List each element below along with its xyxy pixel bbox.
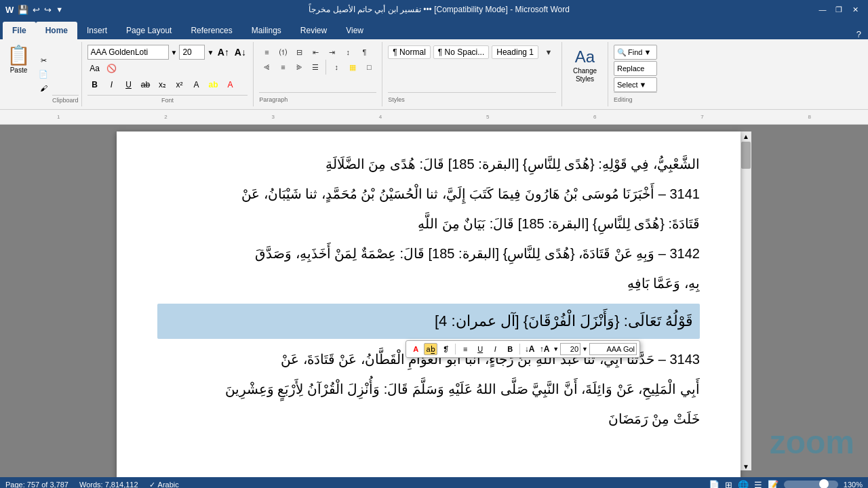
- italic-button[interactable]: I: [104, 77, 119, 92]
- language-status: ✓ Arabic: [149, 481, 179, 489]
- mini-styles-button[interactable]: ❡: [439, 343, 452, 355]
- decrease-indent-button[interactable]: ⇤: [308, 45, 323, 60]
- subscript-button[interactable]: x₂: [155, 77, 170, 92]
- tab-insert[interactable]: Insert: [77, 22, 117, 39]
- maximize-button[interactable]: ❐: [831, 3, 846, 16]
- select-dropdown-icon: ▼: [639, 81, 647, 89]
- minimize-button[interactable]: —: [815, 3, 830, 16]
- ribbon-content: 📋 Paste ✂ 📄 🖌 Clipboard ▼ ▼ A↑ A↓ Aa 🚫 B…: [0, 39, 868, 110]
- style-nospacing-button[interactable]: ¶ No Spaci...: [433, 45, 489, 59]
- mini-shrink-button[interactable]: A↓: [523, 343, 536, 355]
- mini-underline-button[interactable]: U: [473, 343, 487, 355]
- view-fullscreen-button[interactable]: ⊞: [725, 480, 732, 489]
- tab-file[interactable]: File: [3, 22, 36, 39]
- align-center-button[interactable]: ≡: [275, 60, 290, 75]
- tab-references[interactable]: References: [181, 22, 241, 39]
- scroll-thumb[interactable]: [741, 142, 751, 169]
- mini-size-dropdown[interactable]: ▼: [553, 346, 559, 352]
- font-size-dropdown-icon[interactable]: ▼: [207, 49, 214, 56]
- find-label: Find: [628, 48, 642, 56]
- view-web-button[interactable]: 🌐: [738, 480, 749, 489]
- increase-indent-button[interactable]: ⇥: [324, 45, 339, 60]
- format-painter-button[interactable]: 🖌: [36, 82, 51, 94]
- select-button[interactable]: Select ▼: [614, 77, 657, 92]
- mini-size-input[interactable]: [560, 343, 580, 355]
- font-color-button[interactable]: A: [223, 77, 238, 92]
- view-draft-button[interactable]: 📝: [768, 480, 778, 489]
- view-print-button[interactable]: 📄: [709, 480, 719, 489]
- title-bar: W 💾 ↩ ↪ ▼ تفسير ابن أبي حاتم الأصيل مخرج…: [0, 0, 868, 19]
- paste-button[interactable]: 📋 Paste: [3, 43, 35, 105]
- font-label: Font: [87, 97, 248, 104]
- change-styles-button[interactable]: Aa ChangeStyles: [568, 45, 602, 86]
- align-left-button[interactable]: ⫷: [259, 60, 274, 75]
- align-right-button[interactable]: ⫸: [292, 60, 307, 75]
- multilevel-list-button[interactable]: ⊟: [292, 45, 307, 60]
- justify-button[interactable]: ☰: [308, 60, 323, 75]
- show-formatting-button[interactable]: ¶: [357, 45, 372, 60]
- word-count: Words: 7,814,112: [79, 481, 138, 488]
- replace-label: Replace: [617, 64, 644, 73]
- font-size-input[interactable]: [179, 45, 205, 60]
- ribbon-help[interactable]: ?: [852, 29, 865, 39]
- tab-pagelayout[interactable]: Page Layout: [117, 22, 181, 39]
- font-name-dropdown-icon[interactable]: ▼: [171, 49, 178, 56]
- quick-access-extra[interactable]: ▼: [56, 5, 63, 14]
- numbering-button[interactable]: ⑴: [275, 45, 290, 60]
- styles-more-button[interactable]: ▼: [541, 45, 556, 60]
- increase-font-button[interactable]: A↑: [216, 45, 231, 60]
- quick-access-save[interactable]: 💾: [18, 5, 28, 15]
- bullets-button[interactable]: ≡: [259, 45, 274, 60]
- bold-button[interactable]: B: [87, 77, 102, 92]
- mini-color-button[interactable]: A: [409, 343, 422, 355]
- borders-button[interactable]: □: [361, 60, 376, 75]
- change-case-button[interactable]: Aa: [87, 61, 102, 76]
- scroll-up-button[interactable]: ▲: [743, 133, 749, 140]
- tab-view[interactable]: View: [336, 22, 373, 39]
- ribbon-tabs: File Home Insert Page Layout References …: [0, 19, 868, 39]
- font-name-input[interactable]: [87, 45, 169, 60]
- tab-review[interactable]: Review: [291, 22, 336, 39]
- underline-button[interactable]: U: [121, 77, 136, 92]
- mini-bold-button[interactable]: B: [503, 343, 517, 355]
- style-normal-button[interactable]: ¶ Normal: [388, 45, 430, 59]
- editing-label: Editing: [614, 96, 633, 103]
- superscript-button[interactable]: x²: [172, 77, 187, 92]
- decrease-font-button[interactable]: A↓: [233, 45, 248, 60]
- mini-align-button[interactable]: ≡: [458, 343, 472, 355]
- mini-italic-button[interactable]: I: [488, 343, 502, 355]
- copy-button[interactable]: 📄: [36, 68, 51, 81]
- style-heading1-button[interactable]: Heading 1: [492, 45, 538, 59]
- font-row3: B I U ab x₂ x² A ab A: [87, 77, 248, 92]
- sort-button[interactable]: ↕: [340, 45, 355, 60]
- tab-home[interactable]: Home: [36, 22, 77, 39]
- quick-access-redo[interactable]: ↪: [44, 5, 52, 15]
- scroll-down-button[interactable]: ▼: [743, 463, 749, 470]
- replace-button[interactable]: Replace: [614, 61, 657, 76]
- shading-button[interactable]: ▦: [345, 60, 360, 75]
- vertical-scrollbar[interactable]: ▲ ▼: [741, 131, 751, 470]
- mini-highlight-button[interactable]: ab̲: [424, 343, 437, 355]
- clear-format-button[interactable]: 🚫: [104, 61, 119, 76]
- highlighted-content-line[interactable]: قَوْلُهُ تَعَالَى: {وَأَنْزَلَ الْفُرْقَ…: [157, 304, 700, 339]
- mini-font-dropdown[interactable]: ▼: [582, 346, 588, 352]
- clipboard-group: 📋 Paste ✂ 📄 🖌 Clipboard: [0, 42, 82, 106]
- paragraph-label: Paragraph: [259, 96, 288, 103]
- cut-button[interactable]: ✂: [36, 55, 51, 67]
- line-spacing-button[interactable]: ↕: [329, 60, 344, 75]
- select-label: Select: [617, 81, 638, 89]
- highlight-button[interactable]: ab: [206, 77, 221, 92]
- zoom-slider[interactable]: [784, 481, 838, 488]
- mini-font-input[interactable]: [589, 343, 637, 355]
- paragraph-row1: ≡ ⑴ ⊟ ⇤ ⇥ ↕ ¶: [259, 45, 376, 60]
- text-effects-button[interactable]: A: [189, 77, 204, 92]
- strikethrough-button[interactable]: ab: [138, 77, 153, 92]
- font-group: ▼ ▼ A↑ A↓ Aa 🚫 B I U ab x₂ x² A ab A Fon…: [82, 42, 254, 106]
- find-button[interactable]: 🔍 Find ▼: [614, 45, 657, 60]
- view-outline-button[interactable]: ☰: [754, 480, 762, 489]
- tab-mailings[interactable]: Mailings: [242, 22, 291, 39]
- mini-toolbar: ▼ ▼ A↑ A↓ B I U ≡ ❡ ab̲ A: [406, 340, 640, 358]
- mini-grow-button[interactable]: A↑: [538, 343, 551, 355]
- close-button[interactable]: ✕: [848, 3, 863, 16]
- quick-access-undo[interactable]: ↩: [33, 5, 40, 15]
